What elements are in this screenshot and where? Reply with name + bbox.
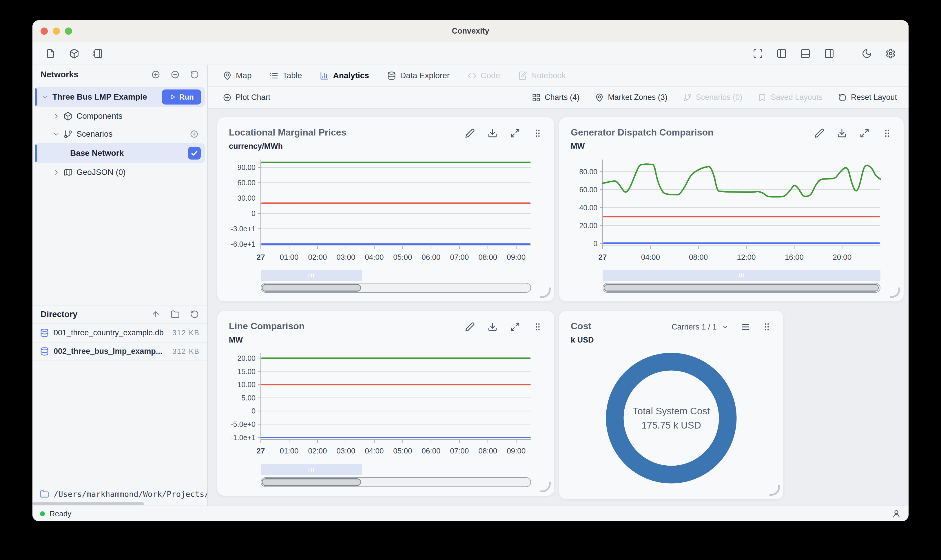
dispatch-line-chart[interactable]: 80.0060.0040.0020.0002704:0008:0012:0016… [571,157,892,268]
map-pin-icon [223,71,232,80]
file-row[interactable]: 001_three_country_example.db 312 KB [32,324,207,343]
brush-row[interactable] [603,270,881,281]
refresh-directory-icon[interactable] [190,310,199,319]
tree-item-geojson[interactable]: GeoJSON (0) [35,164,205,181]
base-network-checkbox[interactable] [188,147,201,160]
svg-text:0: 0 [251,407,256,415]
reset-layout-label: Reset Layout [851,93,897,102]
chart-time-navigator[interactable] [261,464,531,487]
svg-text:02:00: 02:00 [308,253,327,262]
tree-item-scenarios[interactable]: Scenarios [35,125,205,143]
expand-chart-icon[interactable] [859,128,869,138]
check-icon [190,149,199,157]
brush-selection[interactable] [261,464,362,475]
svg-text:01:00: 01:00 [280,446,299,455]
code-icon [468,71,477,80]
chevron-down-icon[interactable] [42,94,49,101]
directory-up-icon[interactable] [151,310,160,319]
drag-handle-icon[interactable] [762,322,772,332]
settings-gear-icon[interactable] [886,48,896,59]
horizontal-scrollbar-thumb[interactable] [32,502,144,505]
drag-handle-icon[interactable] [533,322,543,332]
notebook-pen-icon [518,71,527,80]
market-zones-button[interactable]: Market Zones (3) [595,93,667,102]
expand-chart-icon[interactable] [510,322,520,332]
menu-icon[interactable] [741,322,750,332]
scrollbar-track[interactable] [603,283,881,293]
notebook-sidebar-icon[interactable] [93,48,103,59]
scrollbar-thumb[interactable] [262,478,361,486]
networks-panel-header: Networks [32,65,207,84]
download-chart-icon[interactable] [837,128,847,138]
database-file-icon [40,347,49,356]
lmp-line-chart[interactable]: 90.0060.0030.000-3.0e+1-6.0e+12701:0002:… [229,157,543,268]
svg-text:07:00: 07:00 [450,446,469,455]
refresh-networks-icon[interactable] [190,70,199,79]
run-label: Run [179,93,194,102]
tab-analytics[interactable]: Analytics [320,71,369,80]
edit-chart-icon[interactable] [815,128,824,138]
brush-selection[interactable] [603,270,881,281]
tree-item-network-root[interactable]: Three Bus LMP Example Run [35,87,205,107]
svg-text:20:00: 20:00 [833,253,852,262]
svg-text:09:00: 09:00 [507,253,525,262]
add-scenario-icon[interactable] [190,130,199,138]
statusbar: Ready [32,506,909,521]
chevron-down-icon[interactable] [53,131,60,138]
run-button[interactable]: Run [162,89,201,105]
edit-chart-icon[interactable] [465,322,475,332]
window-title: Convexity [32,27,909,35]
scrollbar-track[interactable] [261,477,531,487]
scrollbar-thumb[interactable] [604,284,879,292]
carriers-dropdown[interactable]: Carriers 1 / 1 [671,323,729,332]
scrollbar-track[interactable] [261,283,531,293]
tab-table[interactable]: Table [270,71,302,80]
download-chart-icon[interactable] [488,128,497,138]
svg-text:-6.0e+1: -6.0e+1 [231,240,256,248]
chart-time-navigator[interactable] [261,270,531,293]
svg-text:27: 27 [257,253,265,262]
tree-item-label: GeoJSON (0) [77,168,126,177]
chart-time-navigator[interactable] [603,270,881,293]
new-file-icon[interactable] [45,48,55,59]
svg-text:20.00: 20.00 [579,222,598,229]
remove-network-icon[interactable] [171,70,180,79]
tree-item-base-network[interactable]: Base Network [35,143,205,163]
tree-item-label: Base Network [70,149,124,158]
chevron-right-icon[interactable] [53,169,60,176]
scrollbar-thumb[interactable] [262,284,361,292]
svg-text:06:00: 06:00 [422,253,440,262]
tab-map[interactable]: Map [223,71,251,80]
tab-data-explorer[interactable]: Data Explorer [387,71,450,80]
charts-button[interactable]: Charts (4) [532,93,579,102]
expand-chart-icon[interactable] [510,128,520,138]
panel-left-icon[interactable] [776,48,787,59]
download-chart-icon[interactable] [488,322,497,332]
tree-item-components[interactable]: Components [35,108,205,125]
chevron-right-icon[interactable] [53,112,60,120]
package-icon[interactable] [69,48,79,59]
file-row[interactable]: 002_three_bus_lmp_examp... 312 KB [32,343,207,361]
brush-row[interactable] [261,270,531,281]
svg-text:27: 27 [599,253,607,262]
svg-text:07:00: 07:00 [450,253,469,262]
cost-donut-chart[interactable]: Total System Cost 175.75 k USD [571,345,772,492]
drag-handle-icon[interactable] [533,128,543,138]
chart-title: Locational Marginal Prices [229,127,346,138]
reset-layout-button[interactable]: Reset Layout [838,93,897,102]
brush-selection[interactable] [261,270,362,281]
brush-row[interactable] [261,464,531,475]
add-network-icon[interactable] [151,70,160,79]
panel-bottom-icon[interactable] [800,48,811,59]
panel-right-icon[interactable] [824,48,835,59]
dark-mode-icon[interactable] [862,48,872,59]
plot-chart-button[interactable]: Plot Chart [223,93,270,102]
svg-text:04:00: 04:00 [365,446,383,455]
geojson-icon [63,168,72,177]
line-comparison-chart[interactable]: 20.0015.0010.005.000-5.0e+0-1.0e+12701:0… [229,351,543,462]
open-folder-icon[interactable] [171,310,180,319]
user-icon[interactable] [892,509,901,518]
fullscreen-icon[interactable] [753,48,763,59]
drag-handle-icon[interactable] [882,128,892,138]
edit-chart-icon[interactable] [465,128,475,138]
